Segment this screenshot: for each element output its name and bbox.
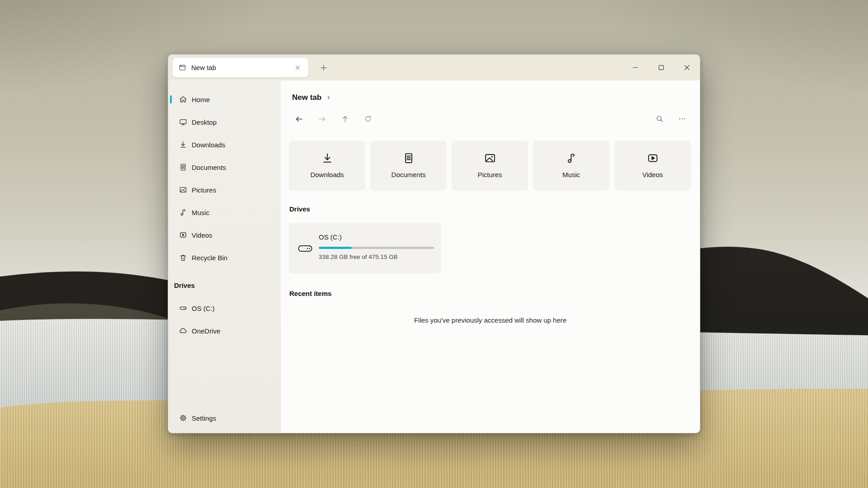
sidebar-item-label: Settings xyxy=(192,414,216,422)
refresh-button[interactable] xyxy=(360,111,376,127)
quick-access-label: Downloads xyxy=(310,171,344,178)
explorer-tab-icon xyxy=(178,63,187,72)
cloud-icon xyxy=(179,326,188,335)
breadcrumb-row: New tab xyxy=(292,92,700,103)
maximize-icon xyxy=(657,63,665,72)
empty-state-text: Files you've previously accessed will sh… xyxy=(281,316,700,324)
drive-usage-bar xyxy=(319,247,434,249)
forward-arrow-icon xyxy=(317,114,327,124)
quick-access-label: Documents xyxy=(392,171,426,178)
breadcrumb[interactable]: New tab xyxy=(292,93,321,102)
home-icon xyxy=(179,95,188,104)
quick-access-label: Pictures xyxy=(477,171,502,178)
sidebar-item-music[interactable]: Music xyxy=(168,203,278,221)
quick-access-card-music[interactable]: Music xyxy=(533,141,609,191)
sidebar-item-label: Downloads xyxy=(192,141,225,149)
documents-icon xyxy=(179,163,188,172)
minimize-icon xyxy=(631,63,640,72)
quick-access-card-pictures[interactable]: Pictures xyxy=(452,141,528,191)
forward-button[interactable] xyxy=(314,111,330,127)
maximize-button[interactable] xyxy=(648,55,674,80)
drive-icon xyxy=(297,243,313,254)
sidebar-item-label: OneDrive xyxy=(192,327,220,335)
minimize-button[interactable] xyxy=(623,55,648,80)
tab-label: New tab xyxy=(191,64,216,71)
sidebar-item-os-c-drive[interactable]: OS (C:) xyxy=(168,299,278,317)
plus-icon xyxy=(319,63,328,72)
sidebar-item-label: Videos xyxy=(192,231,212,239)
sidebar-item-downloads[interactable]: Downloads xyxy=(168,136,278,154)
recent-items-heading: Recent items xyxy=(289,290,700,297)
sidebar-item-settings[interactable]: Settings xyxy=(168,409,278,427)
sidebar-item-desktop[interactable]: Desktop xyxy=(168,113,278,131)
music-icon xyxy=(565,151,578,165)
desktop-wallpaper: New tab xyxy=(0,0,868,488)
ellipsis-icon xyxy=(678,114,687,123)
toolbar-right-group xyxy=(651,111,690,127)
main-content: New tab xyxy=(281,80,700,433)
window-body: Home Desktop xyxy=(168,80,700,433)
quick-access-card-videos[interactable]: Videos xyxy=(614,141,691,191)
sidebar-item-label: Desktop xyxy=(192,118,217,126)
pictures-icon xyxy=(179,185,188,194)
videos-icon xyxy=(179,230,188,239)
sidebar-item-label: Home xyxy=(192,96,210,103)
drive-usage-fill xyxy=(319,247,352,249)
gear-icon xyxy=(179,413,188,422)
close-icon xyxy=(683,63,691,72)
music-icon xyxy=(179,208,188,217)
desktop-icon xyxy=(179,117,188,127)
videos-icon xyxy=(646,151,660,165)
back-button[interactable] xyxy=(291,111,307,127)
sidebar-drives-header: Drives xyxy=(174,282,281,289)
sidebar-item-label: Recycle Bin xyxy=(192,254,227,262)
drives-heading: Drives xyxy=(289,205,700,213)
recycle-bin-icon xyxy=(179,253,188,262)
sidebar-item-label: Documents xyxy=(192,164,226,171)
drive-icon xyxy=(179,304,188,313)
up-button[interactable] xyxy=(337,111,353,127)
sidebar-item-pictures[interactable]: Pictures xyxy=(168,181,278,199)
refresh-icon xyxy=(363,114,373,123)
quick-access-card-downloads[interactable]: Downloads xyxy=(289,141,365,191)
chevron-right-icon xyxy=(326,95,331,100)
quick-access-label: Music xyxy=(562,171,580,178)
file-explorer-window: New tab xyxy=(168,54,700,433)
sidebar-item-recycle-bin[interactable]: Recycle Bin xyxy=(168,249,278,267)
sidebar-item-label: OS (C:) xyxy=(192,305,215,312)
quick-access-label: Videos xyxy=(642,171,663,178)
sidebar-item-home[interactable]: Home xyxy=(168,90,278,108)
pictures-icon xyxy=(483,151,497,165)
window-controls xyxy=(623,55,700,80)
drive-free-text: 338.28 GB free of 475.15 GB xyxy=(319,253,398,260)
search-icon xyxy=(655,114,664,123)
sidebar-item-label: Pictures xyxy=(192,186,216,194)
documents-icon xyxy=(402,151,415,165)
up-arrow-icon xyxy=(340,114,350,124)
quick-access-row: Downloads Documents Pictures xyxy=(289,141,700,191)
tab-new-tab[interactable]: New tab xyxy=(173,58,308,77)
more-options-button[interactable] xyxy=(674,111,690,127)
close-button[interactable] xyxy=(674,55,700,80)
downloads-icon xyxy=(321,151,334,165)
navigation-toolbar xyxy=(291,111,700,127)
tab-close-icon[interactable] xyxy=(292,62,303,73)
selection-indicator xyxy=(170,95,172,103)
sidebar-item-label: Music xyxy=(192,209,209,216)
sidebar-item-onedrive[interactable]: OneDrive xyxy=(168,322,278,340)
drive-card-os-c[interactable]: OS (C:) 338.28 GB free of 475.15 GB xyxy=(289,223,441,273)
quick-access-card-documents[interactable]: Documents xyxy=(370,141,447,191)
tab-bar: New tab xyxy=(168,55,700,80)
search-button[interactable] xyxy=(651,111,668,127)
sidebar: Home Desktop xyxy=(168,80,281,433)
sidebar-item-documents[interactable]: Documents xyxy=(168,158,278,176)
back-arrow-icon xyxy=(294,114,304,124)
new-tab-button[interactable] xyxy=(316,60,332,76)
downloads-icon xyxy=(179,140,188,149)
drive-name: OS (C:) xyxy=(319,233,342,241)
sidebar-item-videos[interactable]: Videos xyxy=(168,226,278,244)
